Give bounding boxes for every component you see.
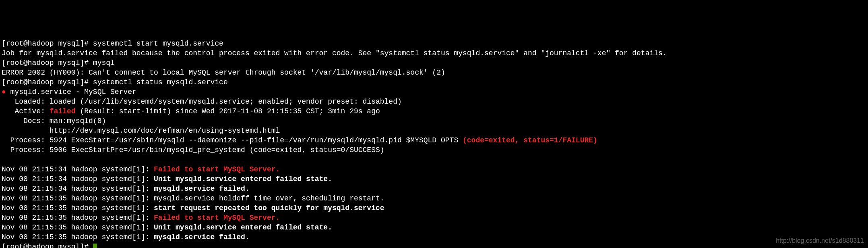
status-header: mysqld.service - MySQL Server (6, 88, 136, 96)
watermark-text: http://blog.csdn.net/s1d880311 (776, 236, 864, 246)
status-process-failure: (code=exited, status=1/FAILURE) (463, 136, 597, 144)
shell-prompt: [root@hadoop mysql]# (2, 59, 93, 67)
log-prefix: Nov 08 21:15:35 hadoop systemd[1]: (2, 233, 154, 241)
log-message: Failed to start MySQL Server. (154, 165, 280, 173)
status-loaded-line: Loaded: loaded (/usr/lib/systemd/system/… (2, 98, 402, 106)
status-docs-line: Docs: man:mysqld(8) (2, 117, 106, 125)
log-message: Failed to start MySQL Server. (154, 214, 280, 222)
log-prefix: Nov 08 21:15:34 hadoop systemd[1]: (2, 185, 154, 193)
status-process-line: Process: 5924 ExecStart=/usr/sbin/mysqld… (2, 136, 463, 144)
status-active-label: Active: (2, 107, 50, 115)
status-bullet-icon: ● (2, 88, 6, 96)
status-active-failed: failed (50, 107, 76, 115)
terminal-output[interactable]: [root@hadoop mysql]# systemctl start mys… (0, 39, 868, 248)
output-line: Job for mysqld.service failed because th… (2, 49, 667, 57)
status-docs-url: http://dev.mysql.com/doc/refman/en/using… (2, 127, 280, 135)
log-prefix: Nov 08 21:15:35 hadoop systemd[1]: (2, 204, 154, 212)
log-message: mysqld.service failed. (154, 185, 250, 193)
status-active-rest: (Result: start-limit) since Wed 2017-11-… (76, 107, 380, 115)
cursor-icon (93, 244, 97, 248)
log-prefix: Nov 08 21:15:35 hadoop systemd[1]: (2, 194, 154, 202)
typed-command: systemctl start mysqld.service (93, 40, 223, 48)
log-message: start request repeated too quickly for m… (154, 204, 384, 212)
log-prefix: Nov 08 21:15:35 hadoop systemd[1]: (2, 223, 154, 231)
log-prefix: Nov 08 21:15:34 hadoop systemd[1]: (2, 175, 154, 183)
status-process-line: Process: 5906 ExecStartPre=/usr/bin/mysq… (2, 146, 384, 154)
shell-prompt: [root@hadoop mysql]# (2, 40, 93, 48)
output-line: ERROR 2002 (HY000): Can't connect to loc… (2, 69, 445, 77)
log-prefix: Nov 08 21:15:35 hadoop systemd[1]: (2, 214, 154, 222)
typed-command: systemctl status mysqld.service (93, 78, 228, 86)
log-message: mysqld.service holdoff time over, schedu… (154, 194, 384, 202)
typed-command: mysql (93, 59, 115, 67)
log-message: Unit mysqld.service entered failed state… (154, 175, 332, 183)
shell-prompt: [root@hadoop mysql]# (2, 243, 93, 248)
log-prefix: Nov 08 21:15:34 hadoop systemd[1]: (2, 165, 154, 173)
log-message: Unit mysqld.service entered failed state… (154, 223, 332, 231)
log-message: mysqld.service failed. (154, 233, 250, 241)
shell-prompt: [root@hadoop mysql]# (2, 78, 93, 86)
